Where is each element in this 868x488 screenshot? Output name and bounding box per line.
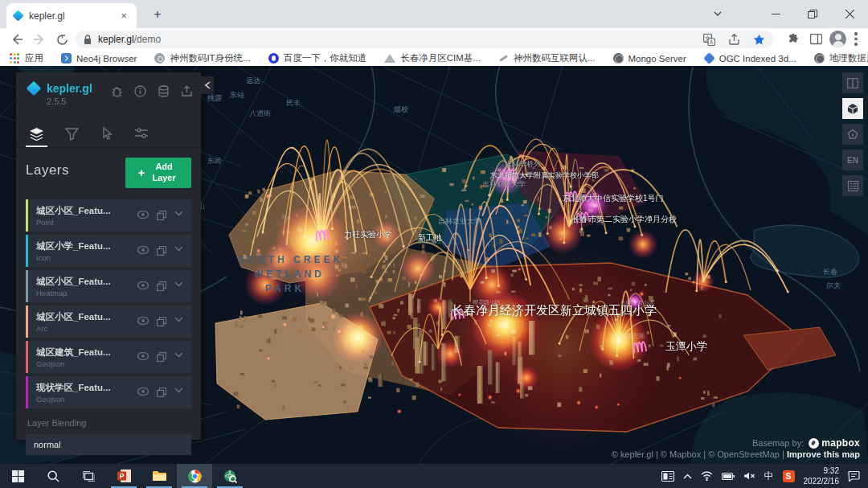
visibility-eye-icon[interactable]: [137, 352, 149, 360]
new-tab-button[interactable]: +: [149, 6, 166, 23]
translate-icon[interactable]: 文A: [703, 34, 715, 46]
tab-basemap[interactable]: [134, 127, 149, 147]
tab-search-chevron-icon[interactable]: [714, 9, 722, 18]
visibility-eye-icon[interactable]: [137, 281, 149, 289]
bookmark-favicon-cube: [703, 52, 715, 64]
kepler-version: 2.5.5: [47, 96, 191, 106]
bug-report-icon[interactable]: [111, 85, 123, 97]
taskbar-search-button[interactable]: [35, 464, 71, 488]
start-button[interactable]: [0, 464, 35, 488]
lock-icon: [84, 35, 92, 45]
duplicate-layer-icon[interactable]: [157, 211, 166, 220]
layer-item[interactable]: 城区小学_Featu...Icon: [26, 235, 191, 267]
tab-layers[interactable]: [29, 127, 44, 147]
duplicate-layer-icon[interactable]: [157, 281, 166, 291]
duplicate-layer-icon[interactable]: [157, 352, 166, 362]
layer-type: Arc: [36, 324, 137, 333]
bookmark-item[interactable]: 神州数码互联网认...: [498, 52, 596, 64]
docs-info-icon[interactable]: [134, 85, 146, 97]
ime-indicator[interactable]: 中: [764, 470, 774, 483]
panel-collapse-button[interactable]: [201, 76, 214, 94]
window-minimize-button[interactable]: [757, 0, 794, 28]
duplicate-layer-icon[interactable]: [157, 388, 166, 397]
duplicate-layer-icon[interactable]: [157, 317, 166, 326]
taskbar-chrome[interactable]: [177, 464, 212, 488]
chevron-down-icon[interactable]: [174, 246, 183, 252]
mapbox-logo[interactable]: mapbox: [809, 437, 860, 449]
taskbar-powerpoint[interactable]: P: [106, 464, 141, 488]
taskbar-file-explorer[interactable]: [141, 464, 177, 488]
extensions-puzzle-icon[interactable]: [786, 32, 800, 47]
back-button[interactable]: [10, 32, 24, 47]
bookmark-item[interactable]: 神州数码IT身份统...: [154, 52, 250, 64]
browser-tab[interactable]: kepler.gl ×: [6, 3, 137, 28]
locale-button[interactable]: EN: [842, 150, 863, 170]
visibility-eye-icon[interactable]: [137, 211, 149, 219]
layer-accent-bar: [26, 306, 28, 338]
window-close-button[interactable]: [831, 0, 868, 28]
visibility-eye-icon[interactable]: [137, 388, 149, 396]
news-widget-icon[interactable]: [661, 471, 674, 482]
chevron-down-icon[interactable]: [174, 211, 183, 216]
data-table-icon[interactable]: [158, 85, 170, 97]
draw-polygon-button[interactable]: [842, 124, 863, 145]
chevron-down-icon[interactable]: [174, 281, 183, 287]
layer-item[interactable]: 现状学区_Featu...Geojson: [26, 376, 191, 408]
browser-menu-icon[interactable]: [854, 32, 858, 48]
window-restore-button[interactable]: [794, 0, 831, 28]
map-credits[interactable]: © kepler.gl | © Mapbox | © OpenStreetMap…: [612, 449, 787, 459]
tab-close-icon[interactable]: ×: [117, 10, 130, 22]
bookmark-label: 神州数码IT身份统...: [170, 52, 250, 64]
duplicate-layer-icon[interactable]: [157, 246, 166, 256]
improve-map-link[interactable]: Improve this map: [787, 449, 860, 459]
layer-blending-label: Layer Blending: [27, 418, 191, 428]
sogou-input-icon[interactable]: S: [783, 470, 795, 482]
notification-center-icon[interactable]: [848, 471, 860, 482]
taskbar-gis-app[interactable]: [212, 464, 248, 488]
bookmark-item[interactable]: 百度一下，你就知道: [268, 52, 367, 64]
layer-name: 现状学区_Featu...: [36, 382, 137, 394]
bookmark-item[interactable]: Neo4j Browser: [61, 53, 137, 64]
task-view-button[interactable]: [71, 464, 106, 488]
bookmark-favicon-baidu: [268, 53, 279, 64]
chevron-down-icon[interactable]: [174, 352, 183, 358]
toggle-3d-button[interactable]: [842, 98, 863, 119]
layer-item[interactable]: 城区小区_Featu...Heatmap: [26, 270, 191, 302]
bookmark-star-icon[interactable]: [753, 34, 765, 46]
tray-expand-chevron-icon[interactable]: [683, 474, 692, 479]
bookmark-item[interactable]: Mongo Server: [613, 53, 686, 64]
system-clock[interactable]: 9:32 2022/2/16: [804, 465, 840, 486]
bookmark-item[interactable]: 长春净月区CIM基...: [384, 52, 481, 64]
address-bar[interactable]: kepler.gl/demo 文A: [76, 31, 773, 48]
volume-muted-icon[interactable]: [743, 471, 755, 481]
bookmark-favicon-pen: [498, 53, 509, 64]
add-layer-button[interactable]: + Add Layer: [125, 158, 191, 188]
split-map-button[interactable]: [842, 72, 863, 93]
bookmark-label: Mongo Server: [628, 54, 686, 64]
svg-text:A: A: [710, 39, 714, 45]
layer-blending-select[interactable]: normal: [26, 434, 191, 455]
export-share-icon[interactable]: [181, 85, 193, 97]
visibility-eye-icon[interactable]: [137, 317, 149, 325]
profile-avatar[interactable]: [829, 31, 846, 47]
layer-item[interactable]: 城区小区_Featu...Arc: [26, 306, 191, 338]
layer-item[interactable]: 城区小区_Featu...Point: [26, 199, 191, 232]
battery-icon[interactable]: [722, 472, 735, 481]
forward-button[interactable]: [32, 32, 47, 47]
side-panel-icon[interactable]: [809, 32, 823, 47]
chevron-down-icon[interactable]: [174, 317, 183, 322]
wifi-icon[interactable]: [701, 471, 713, 481]
reload-button[interactable]: [55, 32, 69, 47]
bookmark-item[interactable]: 地理数据库管理—...: [814, 52, 868, 64]
map-canvas[interactable]: 远达东站桃源民丰八道街烟校东岭张家山SOUTH CREEKWETLANDPARK…: [0, 66, 868, 464]
tab-filters[interactable]: [65, 127, 79, 147]
chevron-down-icon[interactable]: [174, 388, 183, 393]
apps-shortcut[interactable]: 应用: [10, 52, 43, 64]
layer-name: 城区小区_Featu...: [36, 205, 137, 217]
layer-item[interactable]: 城区建筑_Featu...Geojson: [26, 341, 191, 373]
bookmark-item[interactable]: OGC Indexed 3d...: [704, 53, 796, 64]
share-icon[interactable]: [728, 34, 740, 45]
legend-button[interactable]: [842, 175, 863, 196]
visibility-eye-icon[interactable]: [137, 246, 149, 254]
tab-interactions[interactable]: [100, 127, 113, 147]
